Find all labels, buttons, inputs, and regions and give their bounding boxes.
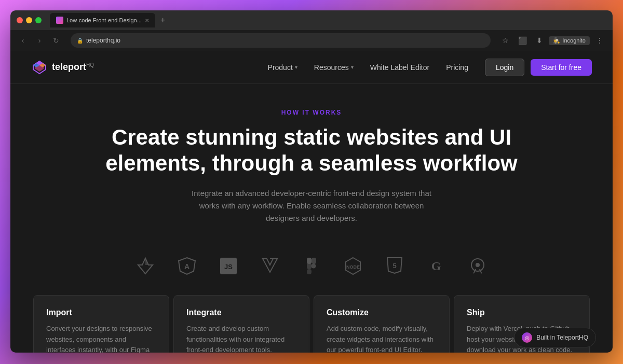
built-in-badge: ◎ Built in TeleportHQ [514,328,596,347]
nav-product[interactable]: Product ▾ [268,63,297,72]
lock-icon: 🔒 [77,38,83,44]
active-tab[interactable]: Low-code Front-end Design... ✕ [50,13,155,27]
website-content: teleportHQ Product ▾ Resources ▾ White L… [10,51,613,353]
svg-text:5: 5 [392,262,396,270]
tab-favicon [56,17,63,24]
back-button[interactable]: ‹ [17,34,29,47]
feature-cards: Import Convert your designs to responsiv… [31,295,592,353]
browser-toolbar: ‹ › ↻ 🔒 teleporthq.io ☆ ⬛ ⬇ 🕵 Incognito … [10,30,613,51]
gitlab-icon [133,254,158,278]
tab-bar: Low-code Front-end Design... ✕ + [50,13,606,27]
import-card: Import Convert your designs to responsiv… [33,295,169,353]
incognito-icon: 🕵 [553,37,560,44]
svg-text:G: G [431,259,441,273]
nav-links: Product ▾ Resources ▾ White Label Editor… [268,63,468,72]
nav-pricing[interactable]: Pricing [446,63,468,72]
integrate-card: Integrate Create and develop custom func… [173,295,309,353]
customize-card-title: Customize [327,308,437,317]
angular-icon: A [174,254,199,278]
nav-actions: Login Start for free [485,59,592,76]
svg-point-16 [312,263,316,268]
figma-icon [299,254,324,278]
ship-card-title: Ship [467,308,577,317]
vue-icon [258,254,282,278]
login-button[interactable]: Login [485,59,524,76]
toolbar-actions: ☆ ⬛ ⬇ 🕵 Incognito ⋮ [499,35,606,46]
tech-logos: A JS NODE [10,241,613,291]
logo-text: teleportHQ [52,62,94,73]
refresh-button[interactable]: ↻ [50,34,62,47]
site-logo[interactable]: teleportHQ [31,59,94,76]
forward-button[interactable]: › [33,34,46,47]
address-bar[interactable]: 🔒 teleporthq.io [71,33,491,48]
svg-rect-15 [307,269,312,274]
hero-title: Create stunning static websites and UI e… [104,124,519,177]
product-chevron-icon: ▾ [295,64,297,70]
browser-titlebar: Low-code Front-end Design... ✕ + [10,10,613,30]
logo-icon [31,59,48,76]
integrate-card-title: Integrate [186,308,296,317]
integrate-card-desc: Create and develop custom functionalitie… [186,324,296,353]
new-tab-button[interactable]: + [157,16,168,25]
site-navigation: teleportHQ Product ▾ Resources ▾ White L… [10,51,613,84]
google-icon: G [424,254,449,278]
extensions-button[interactable]: ⬛ [515,35,530,46]
svg-text:NODE: NODE [346,264,360,270]
minimize-window-button[interactable] [26,17,32,23]
nodejs-icon: NODE [341,254,365,278]
hero-tag: HOW IT WORKS [31,109,592,116]
github-icon [465,254,490,278]
maximize-window-button[interactable] [35,17,42,23]
start-free-button[interactable]: Start for free [531,59,592,76]
html5-icon: 5 [382,254,407,278]
traffic-lights [17,17,42,23]
menu-button[interactable]: ⋮ [593,35,606,46]
incognito-badge: 🕵 Incognito [549,36,590,45]
hero-section: HOW IT WORKS Create stunning static webs… [10,84,613,241]
close-window-button[interactable] [17,17,23,23]
nav-white-label[interactable]: White Label Editor [370,63,429,72]
built-badge-icon: ◎ [522,332,532,343]
resources-chevron-icon: ▾ [351,64,354,70]
bookmark-button[interactable]: ☆ [499,35,512,46]
import-card-desc: Convert your designs to responsive websi… [46,324,156,353]
tab-close-button[interactable]: ✕ [145,18,149,23]
url-text: teleporthq.io [86,37,120,44]
import-card-title: Import [46,308,156,317]
svg-rect-13 [312,258,316,264]
javascript-icon: JS [216,254,241,278]
hero-subtitle: Integrate an advanced developer-centric … [182,187,441,225]
svg-text:A: A [184,262,189,271]
customize-card: Customize Add custom code, modify visual… [314,295,450,353]
customize-card-desc: Add custom code, modify visually, create… [327,324,437,353]
built-badge-label: Built in TeleportHQ [536,334,588,341]
svg-point-23 [476,263,480,267]
incognito-label: Incognito [562,37,586,44]
svg-rect-14 [307,263,312,269]
download-button[interactable]: ⬇ [533,35,546,46]
svg-text:JS: JS [224,263,233,271]
tab-title: Low-code Front-end Design... [66,17,142,23]
nav-resources[interactable]: Resources ▾ [314,63,354,72]
svg-marker-11 [263,259,277,272]
